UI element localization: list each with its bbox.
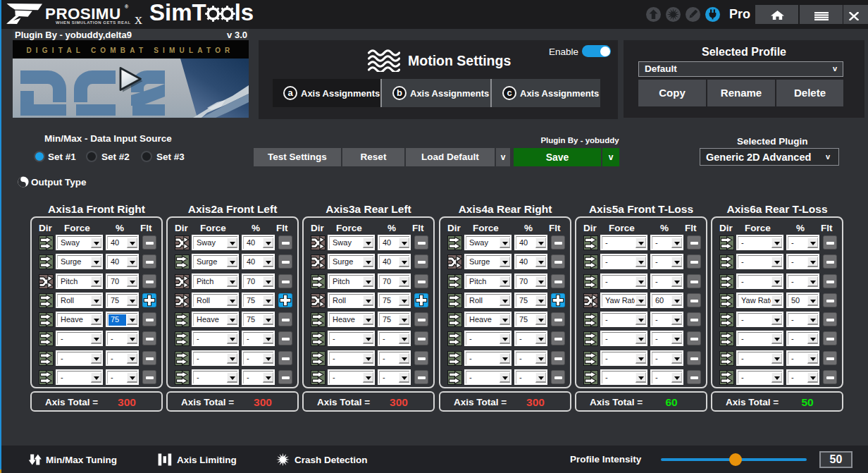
svg-text:DIGITAL COMBAT SIMULATOR: DIGITAL COMBAT SIMULATOR (26, 47, 234, 54)
